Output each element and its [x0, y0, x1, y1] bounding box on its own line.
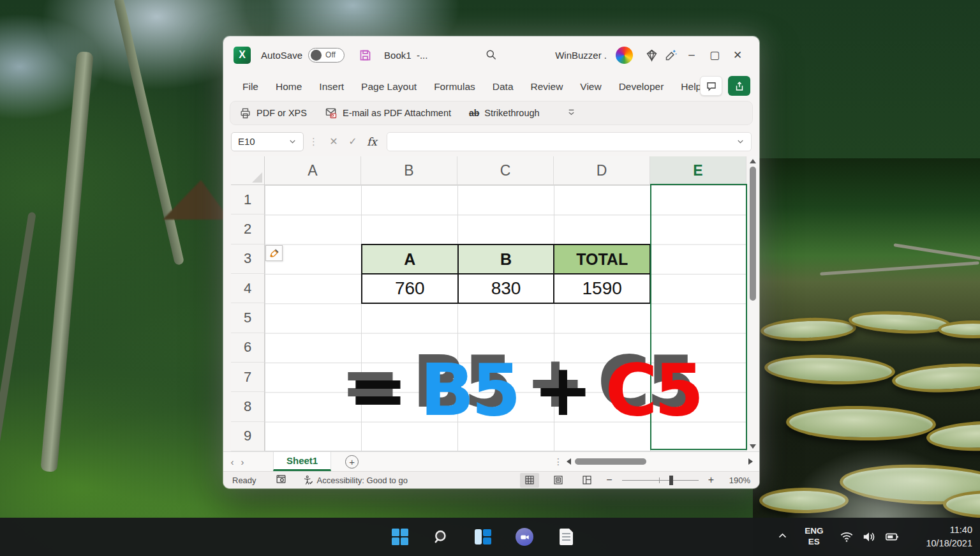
- page-layout-view-button[interactable]: [549, 473, 568, 488]
- insert-function-icon[interactable]: fx: [362, 132, 382, 151]
- language-indicator[interactable]: ENG ES: [805, 526, 823, 548]
- clock[interactable]: 11:40 10/18/2021: [926, 523, 972, 550]
- account-avatar[interactable]: [616, 47, 633, 64]
- tab-overflow-icon[interactable]: ⋮: [554, 456, 563, 467]
- paste-options-button[interactable]: [265, 245, 283, 261]
- row-header-7[interactable]: 7: [231, 363, 265, 392]
- cell-grid[interactable]: [265, 185, 746, 451]
- save-icon[interactable]: [355, 45, 375, 64]
- formula-input[interactable]: [387, 132, 752, 151]
- name-box[interactable]: E10: [231, 132, 304, 151]
- column-header-d[interactable]: D: [554, 156, 650, 185]
- enter-check-icon[interactable]: ✓: [343, 132, 362, 151]
- qat-overflow-icon[interactable]: [567, 107, 576, 119]
- search-icon[interactable]: [482, 45, 501, 64]
- column-header-a[interactable]: A: [265, 156, 361, 185]
- vertical-scrollbar[interactable]: [748, 156, 758, 451]
- drag-handle-icon[interactable]: ⋮: [309, 136, 319, 147]
- column-header-e[interactable]: E: [650, 156, 746, 185]
- table-header-b[interactable]: B: [459, 245, 555, 273]
- zoom-slider-thumb[interactable]: [669, 476, 673, 485]
- zoom-level[interactable]: 190%: [724, 476, 750, 485]
- taskbar-search-icon[interactable]: [433, 528, 450, 546]
- menu-tab-view[interactable]: View: [580, 81, 601, 93]
- accessibility-status[interactable]: Accessibility: Good to go: [303, 475, 408, 485]
- tree-trunk: [0, 212, 36, 478]
- column-header-b[interactable]: B: [361, 156, 457, 185]
- share-button[interactable]: [728, 76, 750, 96]
- close-button[interactable]: ✕: [726, 45, 749, 65]
- macro-record-icon[interactable]: [276, 474, 286, 486]
- row-header-4[interactable]: 4: [231, 274, 265, 303]
- menu-tab-formulas[interactable]: Formulas: [434, 81, 475, 93]
- table-value-0[interactable]: 760: [362, 274, 459, 303]
- page-break-preview-button[interactable]: [577, 473, 597, 488]
- table-header-total[interactable]: TOTAL: [554, 245, 650, 273]
- table-value-row: 7608301590: [362, 274, 650, 303]
- row-header-6[interactable]: 6: [231, 333, 265, 363]
- table-value-1[interactable]: 830: [459, 274, 555, 303]
- tray-overflow-chevron-icon[interactable]: [777, 530, 788, 543]
- name-box-value: E10: [238, 136, 255, 147]
- vertical-scroll-thumb[interactable]: [750, 167, 756, 301]
- new-sheet-button[interactable]: +: [345, 455, 359, 469]
- autosave-state: Off: [325, 50, 336, 59]
- maximize-button[interactable]: ▢: [703, 45, 726, 65]
- select-all-corner[interactable]: [231, 156, 265, 185]
- minimize-button[interactable]: –: [680, 45, 703, 65]
- row-header-1[interactable]: 1: [231, 185, 265, 214]
- email-as-pdf-button[interactable]: E-mail as PDF Attachment: [325, 107, 451, 119]
- strikethrough-button[interactable]: ab Strikethrough: [469, 108, 540, 118]
- menu-tab-help[interactable]: Help: [681, 81, 701, 93]
- scroll-up-icon[interactable]: [750, 159, 756, 163]
- horizontal-scroll-thumb[interactable]: [575, 458, 646, 465]
- data-table: ABTOTAL 7608301590: [361, 244, 651, 304]
- normal-view-button[interactable]: [520, 473, 539, 488]
- document-title: Book1 -...: [384, 50, 427, 61]
- hut-roof: [163, 180, 230, 220]
- row-header-8[interactable]: 8: [231, 392, 265, 421]
- sheet-next-icon[interactable]: ›: [234, 456, 251, 467]
- menu-tab-developer[interactable]: Developer: [619, 81, 664, 93]
- excel-app-icon[interactable]: X: [234, 47, 251, 64]
- scroll-right-icon[interactable]: [748, 458, 753, 465]
- chat-icon[interactable]: [516, 528, 533, 546]
- scroll-left-icon[interactable]: [567, 458, 571, 465]
- comments-button[interactable]: [700, 76, 722, 96]
- menu-tab-page-layout[interactable]: Page Layout: [361, 81, 417, 93]
- wifi-icon[interactable]: [840, 530, 854, 544]
- autosave-toggle[interactable]: Off: [308, 48, 345, 63]
- row-header-2[interactable]: 2: [231, 214, 265, 244]
- row-header-3[interactable]: 3: [231, 244, 265, 274]
- column-header-c[interactable]: C: [457, 156, 554, 185]
- notepad-icon[interactable]: [557, 528, 575, 546]
- table-header-a[interactable]: A: [362, 245, 459, 273]
- language-line2: ES: [805, 537, 823, 548]
- menu-tab-insert[interactable]: Insert: [319, 81, 344, 93]
- taskbar: ENG ES 11:40 10/18/2021: [0, 518, 980, 556]
- volume-icon[interactable]: [862, 530, 876, 544]
- zoom-slider[interactable]: [622, 475, 699, 485]
- battery-icon[interactable]: [884, 530, 900, 544]
- menu-tab-home[interactable]: Home: [276, 81, 302, 93]
- pdf-or-xps-button[interactable]: PDF or XPS: [239, 107, 307, 119]
- editor-pen-icon[interactable]: [661, 45, 680, 64]
- sheet-tab-sheet1[interactable]: Sheet1: [273, 452, 331, 471]
- scroll-down-icon[interactable]: [750, 444, 756, 449]
- zoom-out-button[interactable]: −: [606, 474, 612, 486]
- zoom-in-button[interactable]: +: [708, 474, 714, 486]
- accessibility-icon: [303, 475, 313, 485]
- horizontal-scrollbar[interactable]: [567, 458, 753, 465]
- menu-tab-file[interactable]: File: [242, 81, 258, 93]
- account-name[interactable]: WinBuzzer .: [555, 50, 607, 61]
- diamond-premium-icon[interactable]: [642, 45, 661, 64]
- menu-tab-review[interactable]: Review: [531, 81, 563, 93]
- row-headers: 123456789: [231, 185, 265, 451]
- menu-tab-data[interactable]: Data: [493, 81, 514, 93]
- cancel-icon[interactable]: ✕: [324, 132, 343, 151]
- row-header-5[interactable]: 5: [231, 303, 265, 333]
- start-button[interactable]: [391, 528, 409, 546]
- row-header-9[interactable]: 9: [231, 422, 265, 451]
- task-view-icon[interactable]: [474, 528, 492, 546]
- table-value-2[interactable]: 1590: [554, 274, 650, 303]
